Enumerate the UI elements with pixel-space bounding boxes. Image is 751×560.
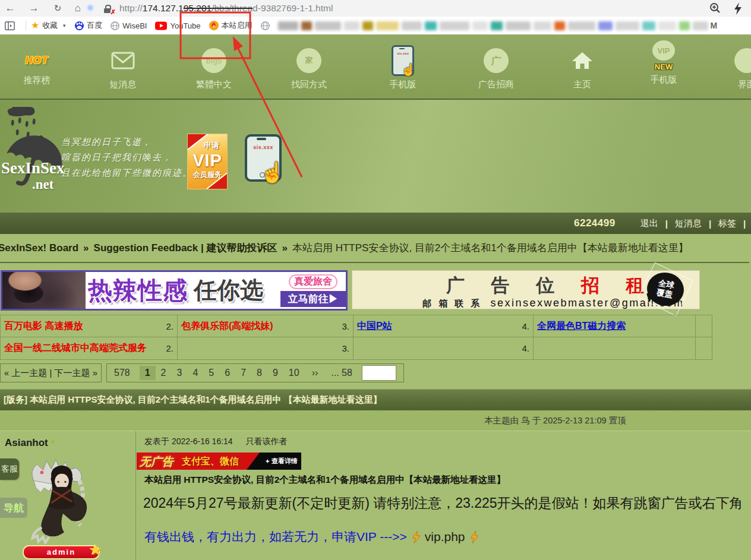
nav-item-messages[interactable]: 短消息 [84, 45, 162, 90]
nav-item-homepage[interactable]: 主页 [544, 45, 621, 90]
sponsored-link[interactable]: 全网最色BT磁力搜索 [537, 320, 626, 333]
link-cell: 全网最色BT磁力搜索 [534, 315, 696, 337]
forward-icon[interactable]: → [26, 1, 42, 16]
page-3[interactable]: 3 [172, 366, 188, 380]
avatar[interactable] [25, 455, 99, 544]
bookmark-label: WiseBI [122, 21, 147, 30]
last-page[interactable]: ... 58 [331, 368, 352, 378]
divider: | [665, 219, 668, 229]
nav-label: 推荐榜 [0, 75, 75, 86]
page-jump-input[interactable] [362, 365, 396, 381]
nav-item-mobile[interactable]: sis.xxx☝ 手机版 [364, 45, 441, 90]
caret-down-icon: ▼ [50, 438, 56, 445]
author-name[interactable]: Asianhot▼ [5, 437, 56, 449]
page-5[interactable]: 5 [203, 366, 219, 380]
ad-banner-left[interactable]: 热辣性感 任你选 真爱旅舍 立马前往▶ [1, 270, 348, 311]
redacted-bookmarks[interactable] [278, 21, 708, 30]
logout-link[interactable]: 退出 [640, 218, 658, 229]
prev-next-topic[interactable]: « 上一主题 | 下一主题 » [0, 363, 102, 382]
ad-headline: 热辣性感 [88, 274, 188, 307]
lock-body [104, 8, 111, 13]
hot-icon: HOT [0, 45, 75, 76]
insecure-lock-icon[interactable]: ✗ [102, 3, 114, 14]
page-4[interactable]: 4 [187, 366, 203, 380]
admin-badge: admin [23, 545, 100, 559]
bookmark-baidu[interactable]: 百度 [75, 20, 102, 31]
address-bar[interactable]: http://174.127.195.201/bbs/thread-938276… [119, 0, 333, 17]
ad-cta-button[interactable]: 立马前往▶ [280, 291, 346, 307]
baidu-icon [75, 21, 84, 30]
navigation-tab[interactable]: 导航 [0, 498, 27, 518]
ad-icon: 广 [457, 45, 535, 76]
side-panel-icon[interactable] [5, 21, 15, 30]
mobile-site-banner[interactable]: sis.xxx ☝ [245, 134, 282, 182]
link-cell-empty [696, 337, 713, 359]
page-8[interactable]: 8 [251, 366, 267, 380]
post-date: 发表于 2022-6-16 16:14 只看该作者 [144, 436, 288, 447]
vip-membership-banner[interactable]: 申请 VIP 会员服务 [187, 134, 228, 189]
user-bar: 6224499 退出 | 短消息 | 标签 | FTP服务 [0, 213, 751, 234]
bookmark-redacted[interactable] [261, 21, 270, 30]
screen: ← → ↻ ⌂ ✗ http://174.127.195.201/bbs/thr… [0, 0, 751, 560]
link-cell: 3. [178, 337, 354, 359]
page-9[interactable]: 9 [267, 366, 283, 380]
nav-item-advertising[interactable]: 广 广告招商 [457, 45, 535, 90]
customer-service-tab[interactable]: 客服 [0, 458, 19, 480]
breadcrumb: SexInSex! Board » Suggestion Feedback | … [0, 234, 749, 263]
breadcrumb-root[interactable]: SexInSex! Board [0, 242, 78, 254]
mobile-phone-icon: sis.xxx☝ [364, 45, 441, 76]
slogan-line: 且在此给他留下些微的痕迹。 [61, 165, 193, 181]
zoom-icon[interactable] [709, 2, 721, 14]
thread-title-bar: [版务] 本站启用 HTTPS安全协议, 目前2个主域名和1个备用域名启用中 【… [0, 389, 751, 410]
nav-item-traditional-chinese[interactable]: big5 繁體中文 [175, 45, 253, 90]
sponsored-link[interactable]: 全国一线二线城市中高端莞式服务 [4, 342, 147, 355]
tags-link[interactable]: 标签 [718, 218, 736, 229]
bookmarks-divider [26, 21, 26, 30]
reload-icon[interactable]: ↻ [50, 1, 65, 16]
admin-star-icon: ★ [89, 542, 102, 558]
next-pages[interactable]: ›› [305, 366, 326, 380]
sponsored-link[interactable]: 包养俱乐部(高端找妹) [181, 320, 273, 333]
phone-notch [257, 138, 266, 140]
page-6[interactable]: 6 [219, 366, 235, 380]
site-name[interactable]: SexInSex [1, 159, 65, 178]
bookmark-wisebi[interactable]: WiseBI [111, 21, 147, 30]
url-host-struck: 95.201 [184, 3, 212, 13]
bookmark-site[interactable]: 本站启用 [209, 20, 253, 31]
payment-ad-banner[interactable]: 无广告 支付宝、微信 ✦查看详情 [137, 453, 301, 470]
nav-item-ranking[interactable]: HOT 推荐榜 [0, 45, 75, 86]
link-cell: 全国一线二线城市中高端莞式服务2. [1, 337, 178, 359]
page-1[interactable]: 1 [140, 366, 156, 380]
new-badge: NEW [655, 62, 673, 71]
nav-item-vip-mobile[interactable]: VIP NEW 手机版 [625, 40, 702, 86]
ad-banner-right[interactable]: 广 告 位 招 租 邮 箱 联 系sexinsexwebmaster@gmail… [352, 270, 700, 309]
bookmark-favorites[interactable]: ★ 收藏 ▼ [31, 20, 67, 31]
page-10[interactable]: 10 [283, 366, 305, 380]
nav-item-account-recovery[interactable]: 家 找回方式 [270, 45, 348, 90]
forum-top-nav: HOT 推荐榜 短消息 big5 繁體中文 家 找回方式 sis.xxx☝ 手机… [0, 34, 751, 100]
sponsored-link[interactable]: 百万电影 高速播放 [4, 320, 83, 333]
link-cell: 4. [354, 337, 534, 359]
globe-icon [111, 21, 119, 30]
post: Asianhot▼ 客服 导航 [0, 431, 751, 560]
view-author-only-link[interactable]: 只看该作者 [246, 436, 288, 446]
nav-item-interface[interactable]: 界面 [708, 45, 751, 90]
lightning-icon[interactable] [733, 2, 743, 15]
vip-php-link[interactable]: vip.php [425, 530, 465, 544]
phone-site-label: sis.xxx [247, 144, 279, 150]
page-7[interactable]: 7 [235, 366, 251, 380]
back-icon[interactable]: ← [2, 1, 18, 16]
home-icon[interactable]: ⌂ [70, 1, 86, 16]
extension-icon[interactable] [88, 5, 93, 10]
nav-label: 主页 [544, 79, 621, 90]
breadcrumb-forum[interactable]: Suggestion Feedback | 建议帮助投诉区 [94, 241, 277, 255]
bookmark-youtube[interactable]: YouTube [155, 21, 200, 30]
logo-banner: SexInSex .net 当冥想的日子飞逝， 喧嚣的日子把我们唤去， 且在此给… [0, 100, 751, 213]
ad-headline-2: 任你选 [194, 274, 263, 306]
divider: | [743, 219, 746, 229]
sponsored-link[interactable]: 中国P站 [357, 320, 392, 333]
page-2[interactable]: 2 [156, 366, 172, 380]
flame-icon [209, 21, 219, 30]
messages-link[interactable]: 短消息 [675, 218, 702, 229]
home-recovery-icon: 家 [270, 45, 348, 76]
